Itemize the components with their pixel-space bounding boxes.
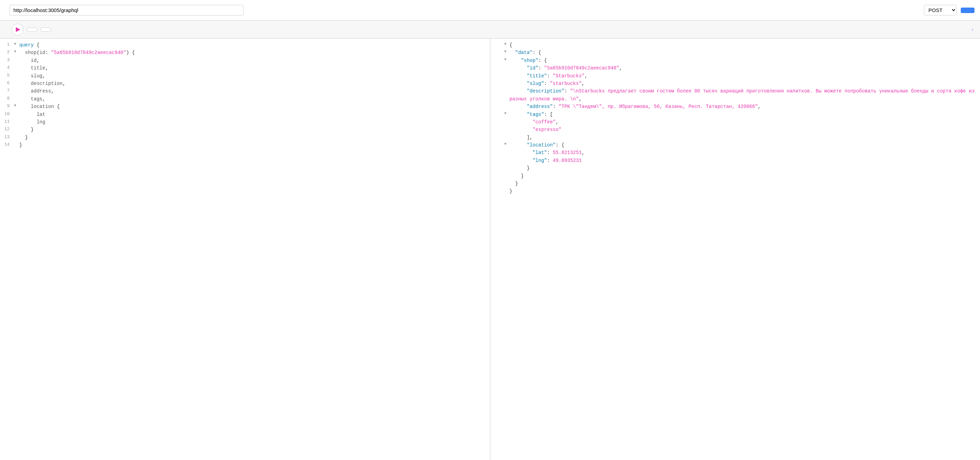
history-button[interactable] <box>41 27 51 32</box>
query-line: 11 lng <box>0 118 490 126</box>
gutter-icon[interactable] <box>503 49 508 55</box>
result-line: ], <box>490 134 980 141</box>
code-content: slug, <box>18 72 488 80</box>
result-line: "slug": "starbucks", <box>490 80 980 88</box>
query-line: 14 } <box>0 141 490 149</box>
gutter-icon[interactable] <box>13 41 18 48</box>
result-code-content: "shop": { <box>508 57 979 64</box>
gutter-icon[interactable] <box>503 111 508 117</box>
query-line: 6 description, <box>0 80 490 88</box>
code-content: lat <box>18 111 488 118</box>
result-code-content: } <box>508 172 979 180</box>
result-code-content: "description": "\nStarbucks предлагает с… <box>508 88 979 103</box>
code-content: description, <box>18 80 488 88</box>
result-line: "data": { <box>490 49 980 56</box>
result-line: { <box>490 41 980 49</box>
query-line: 5 slug, <box>0 72 490 80</box>
docs-chevron-icon: ‹ <box>972 27 973 32</box>
line-number: 2 <box>0 49 13 56</box>
result-code-content: "lat": 55.8213251, <box>508 149 979 156</box>
result-code-content: } <box>508 180 979 187</box>
result-line: "shop": { <box>490 57 980 64</box>
line-number: 9 <box>0 103 13 110</box>
code-content: shop(id: "5a65b910d7849c2aeecac940") { <box>18 49 488 56</box>
gutter-icon[interactable] <box>13 103 18 109</box>
query-editor-panel[interactable]: 1query {2 shop(id: "5a65b910d7849c2aeeca… <box>0 38 490 460</box>
code-content: } <box>18 134 488 141</box>
result-code-content: "coffee", <box>508 118 979 126</box>
gutter-icon[interactable] <box>503 41 508 48</box>
line-number: 11 <box>0 118 13 126</box>
line-number: 13 <box>0 134 13 141</box>
result-line: "location": { <box>490 141 980 149</box>
edit-http-headers-button[interactable] <box>961 8 975 13</box>
result-line: } <box>490 172 980 180</box>
query-line: 4 title, <box>0 64 490 72</box>
docs-button[interactable]: ‹ <box>972 27 975 32</box>
query-line: 8 tags, <box>0 95 490 103</box>
code-content: id, <box>18 57 488 64</box>
result-code-content: "location": { <box>508 141 979 149</box>
result-code-content: "slug": "starbucks", <box>508 80 979 88</box>
result-code-content: "address": "ТРК \"Тандем\", пр. Ибрагимо… <box>508 103 979 110</box>
result-code-content: "title": "Starbucks", <box>508 72 979 80</box>
query-line: 2 shop(id: "5a65b910d7849c2aeecac940") { <box>0 49 490 56</box>
run-button[interactable] <box>12 24 23 35</box>
line-number: 8 <box>0 95 13 102</box>
result-code-content: "data": { <box>508 49 979 56</box>
method-select[interactable]: POST GET <box>924 5 957 16</box>
top-bar: POST GET <box>0 0 980 21</box>
result-code-content: } <box>508 164 979 172</box>
result-code-content: "espresso" <box>508 126 979 134</box>
code-content: } <box>18 126 488 134</box>
code-content: tags, <box>18 95 488 103</box>
result-code-content: { <box>508 41 979 49</box>
result-line: "title": "Starbucks", <box>490 72 980 80</box>
result-line: "lat": 55.8213251, <box>490 149 980 156</box>
gutter-icon[interactable] <box>503 141 508 148</box>
result-line: "description": "\nStarbucks предлагает с… <box>490 88 980 103</box>
endpoint-input[interactable] <box>10 5 243 16</box>
result-line: "tags": [ <box>490 111 980 118</box>
gutter-icon[interactable] <box>503 57 508 63</box>
result-line: } <box>490 187 980 195</box>
result-line: "lng": 49.0935231 <box>490 157 980 164</box>
prettify-button[interactable] <box>27 27 37 32</box>
query-line: 7 address, <box>0 88 490 95</box>
result-line: "id": "5a65b910d7849c2aeecac940", <box>490 64 980 72</box>
code-content: address, <box>18 88 488 95</box>
result-code-content: "tags": [ <box>508 111 979 118</box>
result-panel: { "data": { "shop": { "id": "5a65b910d78… <box>490 38 980 460</box>
line-number: 6 <box>0 80 13 87</box>
result-code-content: "id": "5a65b910d7849c2aeecac940", <box>508 64 979 72</box>
code-content: lng <box>18 118 488 126</box>
line-number: 10 <box>0 111 13 118</box>
gutter-icon[interactable] <box>13 49 18 55</box>
query-line: 10 lat <box>0 111 490 118</box>
code-content: location { <box>18 103 488 110</box>
query-line: 1query { <box>0 41 490 49</box>
query-line: 3 id, <box>0 57 490 64</box>
result-code-content: ], <box>508 134 979 141</box>
main-content: 1query {2 shop(id: "5a65b910d7849c2aeeca… <box>0 38 980 460</box>
code-content: } <box>18 141 488 149</box>
result-line: } <box>490 180 980 187</box>
result-line: } <box>490 164 980 172</box>
query-line: 9 location { <box>0 103 490 110</box>
line-number: 5 <box>0 72 13 80</box>
query-line: 13 } <box>0 134 490 141</box>
result-line: "address": "ТРК \"Тандем\", пр. Ибрагимо… <box>490 103 980 110</box>
code-content: query { <box>18 41 488 49</box>
result-line: "coffee", <box>490 118 980 126</box>
code-content: title, <box>18 64 488 72</box>
line-number: 7 <box>0 88 13 94</box>
line-number: 1 <box>0 41 13 48</box>
line-number: 3 <box>0 57 13 64</box>
line-number: 14 <box>0 141 13 148</box>
line-number: 4 <box>0 64 13 72</box>
result-code-content: "lng": 49.0935231 <box>508 157 979 164</box>
query-line: 12 } <box>0 126 490 134</box>
result-line: "espresso" <box>490 126 980 134</box>
line-number: 12 <box>0 126 13 133</box>
result-code-content: } <box>508 187 979 195</box>
